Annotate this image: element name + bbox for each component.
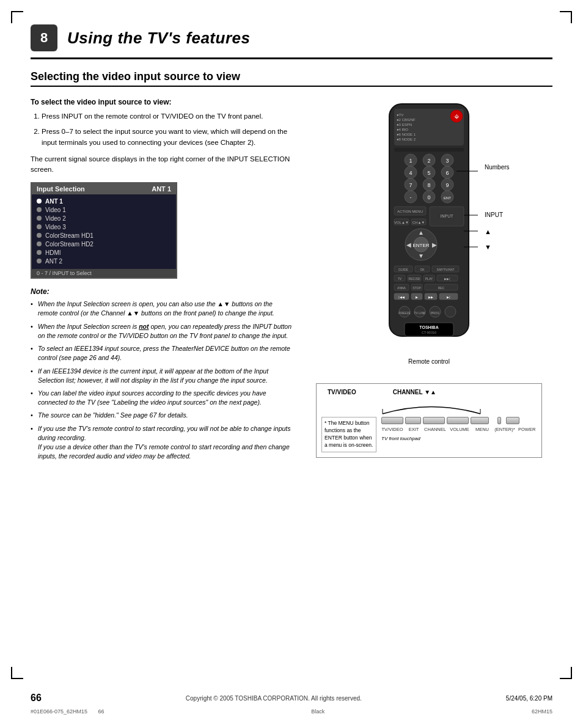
input-item-video2: Video 2 (37, 214, 171, 222)
instruction-item-1: Press INPUT on the remote control or TV/… (42, 111, 293, 122)
input-selection-items: ANT 1 Video 1 Video 2 Video 3 (32, 194, 176, 268)
svg-text:OK: OK (420, 268, 425, 271)
input-selection-current: ANT 1 (152, 185, 171, 193)
footer-file-ref: #01E066-075_62HM15 66 (31, 708, 105, 715)
svg-rect-10 (394, 148, 464, 152)
svg-text:7: 7 (409, 182, 412, 188)
footer-model: 62HM15 (532, 708, 552, 715)
svg-text:PLAY: PLAY (425, 277, 433, 281)
svg-text:|◀◀: |◀◀ (398, 295, 404, 299)
left-column: To select the video input source to view… (31, 98, 293, 465)
svg-text:▶|: ▶| (447, 295, 450, 299)
note-item-5: You can label the video input sources ac… (31, 389, 293, 407)
input-selection-title: Input Selection (37, 185, 85, 193)
svg-text:-: - (410, 194, 412, 200)
page-footer: 66 Copyright © 2005 TOSHIBA CORPORATION.… (31, 693, 552, 704)
item-dot-cs-hd1 (37, 233, 42, 238)
svg-text:6: 6 (446, 170, 449, 176)
page-content: 8 Using the TV's features Selecting the … (0, 0, 583, 483)
svg-text:3: 3 (446, 158, 449, 164)
enter-label: (ENTER)* (494, 427, 516, 432)
remote-svg: ●TV ●2 CBS/NF ●3 ESPN ●4 BIO ●6 NODE 1 ●… (371, 98, 487, 355)
remote-label: Remote control (408, 358, 450, 365)
volume-btn (447, 417, 469, 424)
right-column: ●TV ●2 CBS/NF ●3 ESPN ●4 BIO ●6 NODE 1 ●… (306, 98, 552, 465)
svg-text:●2 CBS/NF: ●2 CBS/NF (397, 118, 416, 122)
note-item-1: When the Input Selection screen is open,… (31, 300, 293, 318)
instructions: To select the video input source to view… (31, 98, 293, 175)
svg-text:●4 BIO: ●4 BIO (397, 128, 408, 131)
chapter-header: 8 Using the TV's features (31, 24, 552, 59)
svg-text:●6 NODE 1: ●6 NODE 1 (397, 133, 416, 136)
item-dot-ant1 (37, 199, 42, 204)
menu-btn-label: MENU (473, 427, 491, 432)
item-dot-cs-hd2 (37, 241, 42, 246)
chapter-title: Using the TV's features (67, 29, 250, 48)
panel-buttons-row (381, 417, 534, 424)
exit-btn-label: EXIT (406, 427, 422, 432)
instruction-list: Press INPUT on the remote control or TV/… (31, 111, 293, 148)
instruction-para: The current signal source displays in th… (31, 154, 293, 175)
note-item-3: To select an IEEE1394 input source, pres… (31, 344, 293, 362)
menu-note: * The MENU button functions as the ENTER… (321, 417, 376, 452)
section-title: Selecting the video input source to view (31, 70, 552, 87)
tv-video-label: TV/VIDEO (328, 389, 356, 395)
tv-front-touchpad-label: TV front touchpad (381, 436, 534, 441)
input-item-cs-hd1: ColorStream HD1 (37, 231, 171, 240)
input-annotation: INPUT (485, 211, 503, 218)
svg-text:STOP: STOP (413, 286, 421, 290)
note-item-2: When the Input Selection screen is not o… (31, 322, 293, 340)
svg-text:INPUT: INPUT (441, 214, 454, 218)
item-dot-video2 (37, 216, 42, 221)
instruction-heading: To select the video input source to view… (31, 98, 293, 106)
power-btn-label: POWER (518, 427, 532, 432)
panel-arc-svg (321, 397, 535, 415)
svg-text:GUIDE: GUIDE (398, 268, 409, 271)
svg-text:▶: ▶ (416, 295, 418, 299)
footer-timestamp: 5/24/05, 6:20 PM (506, 695, 552, 702)
svg-text:SAP/TV/ANT: SAP/TV/ANT (436, 268, 454, 271)
corner-br (560, 667, 572, 679)
instruction-item-2: Press 0–7 to select the input source you… (42, 127, 293, 148)
svg-text:9: 9 (446, 182, 449, 188)
svg-text:▼: ▼ (418, 252, 424, 259)
corner-bl (11, 667, 23, 679)
input-item-video1: Video 1 (37, 205, 171, 214)
note-section: Note: When the Input Selection screen is… (31, 287, 293, 461)
svg-text:0: 0 (427, 194, 430, 200)
svg-text:▲: ▲ (418, 229, 424, 236)
svg-text:CT-90316: CT-90316 (422, 331, 436, 334)
svg-text:8: 8 (427, 182, 430, 188)
btn-labels: TV/VIDEO EXIT CHANNEL VOLUME MENU (ENTER… (381, 427, 534, 432)
input-item-ant2: ANT 2 (37, 257, 171, 265)
input-hint: 0 - 7 / INPUT to Select (32, 269, 176, 278)
panel-body: * The MENU button functions as the ENTER… (321, 417, 534, 452)
footer-color: Black (311, 708, 324, 715)
svg-text:⏻: ⏻ (455, 114, 459, 119)
input-item-video3: Video 3 (37, 222, 171, 231)
svg-text:2: 2 (427, 158, 430, 164)
up-arrow-annotation: ▲ (485, 228, 491, 235)
svg-text:●TV: ●TV (397, 113, 403, 117)
svg-text:●3 ESPN: ●3 ESPN (397, 123, 412, 127)
svg-text:VOL▲▼: VOL▲▼ (394, 221, 409, 224)
note-heading: Note: (31, 287, 293, 296)
svg-text:FREEZE: FREEZE (398, 311, 411, 315)
panel-buttons-area: TV/VIDEO EXIT CHANNEL VOLUME MENU (ENTER… (381, 417, 534, 441)
svg-text:▶▶|: ▶▶| (444, 277, 450, 281)
svg-text:ENTER: ENTER (413, 243, 429, 248)
svg-text:TOSHIBA: TOSHIBA (419, 325, 438, 329)
footer-copyright: Copyright © 2005 TOSHIBA CORPORATION. Al… (186, 695, 362, 702)
panel-diagram: TV/VIDEO CHANNEL ▼▲ * The MENU button fu… (316, 383, 542, 458)
svg-point-84 (445, 306, 456, 317)
svg-text:TV: TV (398, 277, 402, 281)
svg-text:1: 1 (409, 158, 412, 164)
footer-bottom: #01E066-075_62HM15 66 Black 62HM15 (31, 708, 552, 715)
power-btn (506, 417, 519, 424)
svg-text:▶: ▶ (432, 241, 437, 248)
input-selection-box: Input Selection ANT 1 ANT 1 Video 1 Vide… (31, 182, 177, 279)
note-item-7: If you use the TV's remote control to st… (31, 424, 293, 461)
svg-text:ANNA: ANNA (397, 286, 406, 290)
svg-text:ENT: ENT (444, 196, 451, 200)
item-dot-ant2 (37, 259, 42, 263)
